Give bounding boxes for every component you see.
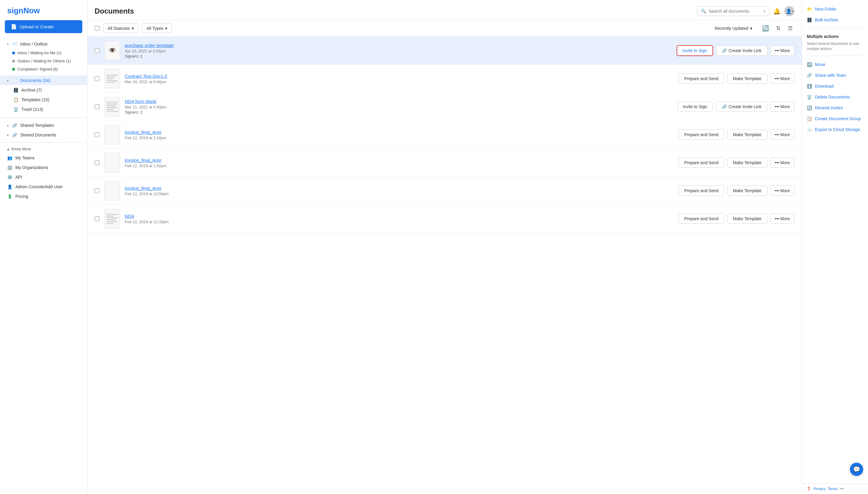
make-template-button[interactable]: Make Template bbox=[727, 213, 767, 224]
row-checkbox[interactable] bbox=[95, 48, 99, 53]
make-template-button[interactable]: Make Template bbox=[727, 157, 767, 168]
share-team-action[interactable]: 🔗 Share with Team bbox=[807, 71, 863, 79]
doc-name[interactable]: invoice_final_Acer bbox=[125, 130, 673, 135]
sidebar-item-outbox-waiting[interactable]: Outbox / Waiting for Others (1) bbox=[12, 57, 87, 65]
avatar[interactable]: 👤 ▾ bbox=[784, 6, 794, 16]
inbox-icon: ✉️ bbox=[12, 42, 17, 46]
new-folder-action[interactable]: 📁 New Folder bbox=[807, 5, 863, 13]
invite-sign-button[interactable]: Invite to Sign bbox=[677, 101, 713, 112]
teams-label: My Teams bbox=[15, 155, 35, 160]
table-row[interactable]: invoice_final_AcerFeb 12, 2019 at 1:02pm… bbox=[87, 149, 802, 177]
search-box[interactable]: 🔍 ▾ bbox=[697, 6, 770, 16]
more-button[interactable]: ••• More bbox=[770, 45, 795, 56]
doc-name[interactable]: purchase order template bbox=[125, 43, 672, 48]
expand-arrow-shared-icon: ▸ bbox=[7, 124, 9, 128]
make-template-button[interactable]: Make Template bbox=[727, 186, 767, 196]
move-action[interactable]: ↗️ Move bbox=[807, 60, 863, 69]
table-row[interactable]: 👁️purchase order templateApr 23, 2021 at… bbox=[87, 37, 802, 65]
create-doc-group-action[interactable]: 📋 Create Document Group bbox=[807, 114, 863, 123]
prepare-send-button[interactable]: Prepare and Send bbox=[679, 157, 724, 168]
notification-bell-icon[interactable]: 🔔 bbox=[773, 7, 781, 15]
prepare-send-button[interactable]: Prepare and Send bbox=[679, 213, 724, 224]
create-link-button[interactable]: 🔗 Create Invite Link bbox=[716, 101, 767, 112]
bulk-archive-action[interactable]: 🗄️ Bulk Archive bbox=[807, 16, 863, 24]
chat-button[interactable]: 💬 bbox=[850, 463, 863, 476]
make-template-label: Make Template bbox=[733, 188, 762, 193]
sidebar-item-my-teams[interactable]: 👥 My Teams bbox=[0, 153, 87, 163]
download-label: Download bbox=[815, 84, 834, 89]
more-button[interactable]: ••• More bbox=[770, 74, 795, 84]
doc-date: Feb 12, 2019 at 1:02pm bbox=[125, 164, 673, 168]
doc-name[interactable]: NDA form blank bbox=[125, 99, 672, 104]
more-button[interactable]: ••• More bbox=[770, 213, 795, 224]
row-checkbox[interactable] bbox=[95, 216, 99, 221]
table-row[interactable]: NDA form blankMar 11, 2021 at 5:40pmSign… bbox=[87, 93, 802, 121]
divider bbox=[0, 118, 87, 118]
doc-thumbnail bbox=[104, 209, 120, 228]
search-input[interactable] bbox=[708, 9, 761, 14]
delete-docs-action[interactable]: 🗑️ Delete Documents bbox=[807, 93, 863, 101]
prepare-send-button[interactable]: Prepare and Send bbox=[679, 74, 724, 84]
prepare-send-button[interactable]: Prepare and Send bbox=[679, 130, 724, 140]
sidebar-item-shared-documents[interactable]: ▸ 🔗 Shared Documents bbox=[0, 130, 87, 140]
export-cloud-action[interactable]: ☁️ Export to Cloud Storage bbox=[807, 125, 863, 134]
sidebar-item-shared-templates[interactable]: ▸ 🔗 Shared Templates bbox=[0, 120, 87, 130]
sidebar-item-inbox-waiting[interactable]: Inbox / Waiting for Me (1) bbox=[12, 49, 87, 57]
documents-icon: 📄 bbox=[12, 78, 17, 83]
prepare-send-button[interactable]: Prepare and Send bbox=[679, 186, 724, 196]
row-checkbox[interactable] bbox=[95, 104, 99, 109]
doc-name[interactable]: NDA bbox=[125, 213, 673, 219]
sidebar-item-api[interactable]: ⚙️ API bbox=[0, 172, 87, 182]
bulk-archive-label: Bulk Archive bbox=[815, 17, 838, 22]
row-checkbox[interactable] bbox=[95, 160, 99, 165]
sidebar-item-archive[interactable]: 🗄️ Archive (7) bbox=[0, 85, 87, 95]
make-template-button[interactable]: Make Template bbox=[727, 74, 767, 84]
sidebar-item-inbox[interactable]: ▸ ✉️ Inbox / Outbox bbox=[0, 39, 87, 49]
more-label: ••• More bbox=[775, 160, 790, 165]
row-checkbox[interactable] bbox=[95, 132, 99, 137]
type-filter-button[interactable]: All Types ▾ bbox=[142, 23, 172, 33]
sidebar-item-pricing[interactable]: 💲 Pricing bbox=[0, 192, 87, 201]
table-row[interactable]: Contract Test Doc1-2Mar 18, 2021 at 6:46… bbox=[87, 65, 802, 93]
more-button[interactable]: ••• More bbox=[770, 101, 795, 112]
right-divider2 bbox=[807, 56, 863, 56]
status-filter-button[interactable]: All Statuses ▾ bbox=[103, 23, 138, 33]
sidebar-item-admin[interactable]: 👤 Admin Console/Add User bbox=[0, 182, 87, 192]
divider2 bbox=[0, 142, 87, 142]
row-checkbox[interactable] bbox=[95, 76, 99, 81]
more-button[interactable]: ••• More bbox=[770, 130, 795, 140]
create-link-button[interactable]: 🔗 Create Invite Link bbox=[716, 45, 767, 56]
table-row[interactable]: invoice_final_AcerFeb 12, 2019 at 12:56p… bbox=[87, 177, 802, 205]
sidebar-item-completed[interactable]: Completed / Signed (6) bbox=[12, 65, 87, 73]
more-button[interactable]: ••• More bbox=[770, 186, 795, 196]
invite-sign-button[interactable]: Invite to Sign bbox=[677, 45, 713, 56]
table-row[interactable]: NDAFeb 12, 2019 at 12:33pmPrepare and Se… bbox=[87, 205, 802, 233]
row-checkbox[interactable] bbox=[95, 188, 99, 193]
doc-name[interactable]: invoice_final_Acer bbox=[125, 157, 673, 163]
sidebar-item-documents[interactable]: ▸ 📄 Documents (34) bbox=[0, 76, 87, 85]
table-row[interactable]: invoice_final_AcerFeb 12, 2019 at 2:18pm… bbox=[87, 121, 802, 149]
sort-options-button[interactable]: ⇅ bbox=[774, 23, 782, 34]
pricing-icon: 💲 bbox=[7, 194, 12, 199]
upload-or-create-button[interactable]: 📄 Upload or Create bbox=[5, 20, 82, 33]
resend-invites-action[interactable]: 🔄 Resend Invites bbox=[807, 103, 863, 112]
sort-button[interactable]: Recently Updated ▾ bbox=[710, 23, 757, 33]
more-button[interactable]: ••• More bbox=[770, 157, 795, 168]
privacy-link[interactable]: Privacy bbox=[813, 487, 825, 491]
sidebar-item-templates[interactable]: 📋 Templates (15) bbox=[0, 95, 87, 104]
terms-link[interactable]: Terms bbox=[828, 487, 837, 491]
refresh-button[interactable]: 🔄 bbox=[760, 23, 771, 34]
sidebar-item-my-organizations[interactable]: 🏢 My Organizations bbox=[0, 163, 87, 172]
download-action[interactable]: ⬇️ Download bbox=[807, 82, 863, 90]
show-more-toggle[interactable]: ▴ Show More bbox=[0, 145, 87, 153]
share-team-label: Share with Team bbox=[815, 73, 846, 78]
sidebar-item-trash[interactable]: 🗑️ Trash (113) bbox=[0, 104, 87, 114]
doc-name[interactable]: Contract Test Doc1-2 bbox=[125, 74, 673, 79]
search-dropdown-icon[interactable]: ▾ bbox=[764, 10, 765, 13]
view-toggle-button[interactable]: ☰ bbox=[786, 23, 794, 34]
select-all-checkbox[interactable] bbox=[95, 26, 99, 31]
make-template-button[interactable]: Make Template bbox=[727, 130, 767, 140]
more-footer-icon[interactable]: ••• bbox=[840, 487, 844, 491]
doc-name[interactable]: invoice_final_Acer bbox=[125, 186, 673, 191]
doc-actions: Invite to Sign🔗 Create Invite Link••• Mo… bbox=[677, 45, 794, 56]
